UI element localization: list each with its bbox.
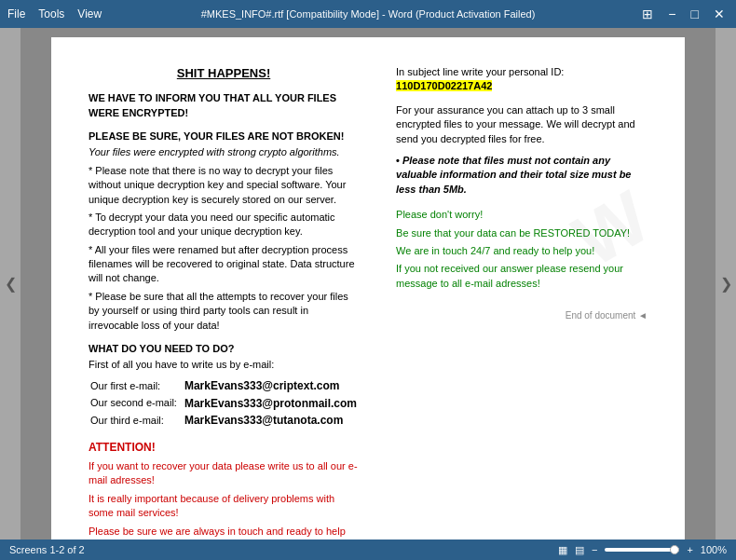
view-icon-2[interactable]: ▤ [575,544,584,556]
maximize-button[interactable]: □ [688,7,702,21]
left-column: SHIT HAPPENS! WE HAVE TO INFORM YOU THAT… [89,65,377,540]
email2-label: Our second e-mail: [90,396,183,412]
table-row: Our second e-mail: MarkEvans333@protonma… [90,396,357,412]
minimize-button[interactable]: − [664,7,679,21]
document-page: SHIT HAPPENS! WE HAVE TO INFORM YOU THAT… [51,37,685,540]
assurance-text: For your assurance you can attach up to … [396,103,647,146]
title-bar-left: File Tools View [7,7,102,20]
page-container: SHIT HAPPENS! WE HAVE TO INFORM YOU THAT… [20,28,716,540]
end-of-doc: End of document ◄ [396,309,647,322]
email1-value: MarkEvans333@criptext.com [184,378,357,394]
window-controls: ⊞ − □ ✕ [638,7,729,21]
section2-intro: First of all you have to write us by e-m… [89,358,359,372]
attention-header: ATTENTION! [89,440,359,456]
zoom-out-button[interactable]: − [592,544,597,555]
note3: * All your files were renamed but after … [89,243,359,286]
zoom-slider[interactable] [605,548,679,552]
attention-line2: It is really important because of delive… [89,492,359,521]
subject-line-container: In subject line write your personal ID: … [396,65,647,94]
note2: * To decrypt your data you need our spec… [89,211,359,239]
attention-line1: If you want to recover your data please … [89,459,359,488]
email3-value: MarkEvans333@tutanota.com [184,413,357,429]
prev-page-button[interactable]: ❮ [0,28,20,540]
green-line1: Please don't worry! [396,208,647,222]
email3-label: Our third e-mail: [90,413,183,429]
menu-file[interactable]: File [7,7,25,20]
status-bar: Screens 1-2 of 2 ▦ ▤ − + 100% [0,540,736,560]
section1-body: Your files were encrypted with strong cr… [89,145,359,159]
status-right: ▦ ▤ − + 100% [558,544,727,556]
section1-header: PLEASE BE SURE, YOUR FILES ARE NOT BROKE… [89,130,359,143]
menu-view[interactable]: View [77,7,102,20]
note4: * Please be sure that all the attempts t… [89,290,359,333]
document-area: ❮ SHIT HAPPENS! WE HAVE TO INFORM YOU TH… [0,28,736,540]
green-line3: We are in touch 24/7 and ready to help y… [396,244,647,258]
table-row: Our third e-mail: MarkEvans333@tutanota.… [90,413,357,429]
subject-line-prefix: In subject line write your personal ID: [396,66,564,77]
email1-label: Our first e-mail: [90,378,183,394]
section2-header: WHAT DO YOU NEED TO DO? [89,342,359,356]
zoom-level: 100% [701,544,727,555]
table-row: Our first e-mail: MarkEvans333@criptext.… [90,378,357,394]
menu-tools[interactable]: Tools [38,7,64,20]
close-button[interactable]: ✕ [710,7,729,21]
title-bar: File Tools View #MKES_INFO#.rtf [Compati… [0,0,736,28]
grid-icon[interactable]: ⊞ [638,7,657,21]
email-table: Our first e-mail: MarkEvans333@criptext.… [89,376,359,430]
email2-value: MarkEvans333@protonmail.com [184,396,357,412]
page-count: Screens 1-2 of 2 [9,544,85,555]
important-note: Please note that files must not contain … [396,155,631,195]
doc-title: SHIT HAPPENS! [89,65,359,82]
right-column: In subject line write your personal ID: … [377,65,647,540]
attention-line3: Please be sure we are always in touch an… [89,525,359,540]
important-note-container: • Please note that files must not contai… [396,154,647,197]
window-title: #MKES_INFO#.rtf [Compatibility Mode] - W… [201,8,536,20]
green-line2: Be sure that your data can be RESTORED T… [396,226,647,240]
menu-bar: File Tools View [7,7,102,20]
view-icon-1[interactable]: ▦ [558,544,567,556]
encrypted-notice: WE HAVE TO INFORM YOU THAT ALL YOUR FILE… [89,91,359,120]
green-line4: If you not received our answer please re… [396,262,647,291]
zoom-in-button[interactable]: + [687,544,692,555]
personal-id: 110D170D02217A42 [396,80,492,91]
next-page-button[interactable]: ❯ [716,28,736,540]
note1: * Please note that there is no way to de… [89,164,359,207]
